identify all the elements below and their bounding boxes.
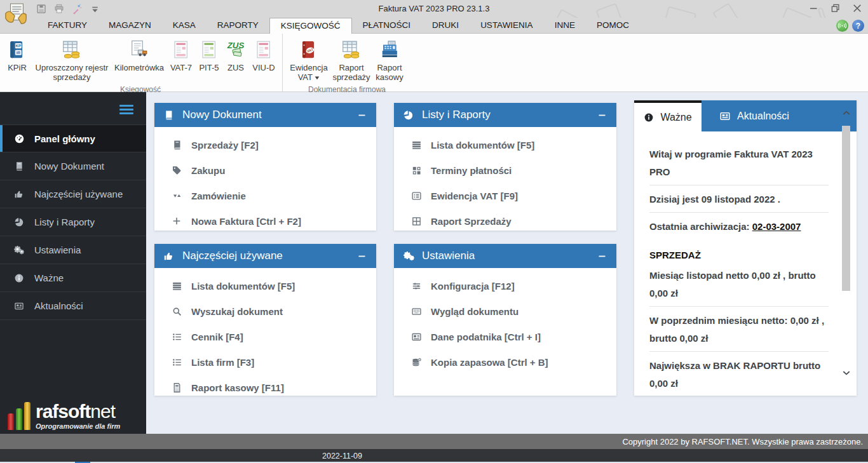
scroll-down-icon[interactable] xyxy=(840,366,853,379)
item-dane-podatnika[interactable]: Dane podatnika [Ctrl + I] xyxy=(394,324,616,349)
restore-button[interactable] xyxy=(829,3,843,14)
divider xyxy=(649,351,829,352)
list-alt-icon xyxy=(409,190,423,201)
tab-druki[interactable]: DRUKI xyxy=(421,18,470,34)
tab-aktualnosci[interactable]: Aktualności xyxy=(702,100,857,131)
dashboard-icon xyxy=(13,133,25,144)
cash-register-icon xyxy=(380,37,399,62)
vat7-button[interactable]: VAT-7 xyxy=(166,36,196,74)
minimize-button[interactable] xyxy=(807,3,821,14)
document-grid-icon xyxy=(170,382,184,393)
item-lista-dokumentow[interactable]: Lista dokumentów [F5] xyxy=(154,273,376,299)
logo-bars-icon xyxy=(8,402,31,430)
item-konfiguracja[interactable]: Konfiguracja [F12] xyxy=(394,273,616,299)
kpir-binder-icon xyxy=(8,37,27,62)
ribbon-group-dokumentacja: Ewidencja VAT Raport sprzedaży Raport ka… xyxy=(282,34,411,91)
sidebar-item-listy-i-raporty[interactable]: Listy i Raporty xyxy=(0,208,146,236)
gears-icon xyxy=(13,245,25,256)
item-terminy-platnosci[interactable]: Terminy płatności xyxy=(394,158,616,183)
tab-faktury[interactable]: FAKTURY xyxy=(37,18,98,34)
collapse-button[interactable] xyxy=(356,109,367,121)
newspaper-icon xyxy=(13,300,25,312)
raport-sprzedazy-button[interactable]: Raport sprzedaży xyxy=(331,36,372,83)
item-nowa-faktura[interactable]: Nowa Faktura [Ctrl + F2] xyxy=(154,208,376,234)
kilometrowka-button[interactable]: Kilometrówka xyxy=(112,36,166,74)
app-logo-icon xyxy=(4,1,28,28)
uproszczony-rejestr-button[interactable]: Uproszczony rejestr sprzedaży xyxy=(32,36,112,83)
table-rows-icon xyxy=(409,139,423,151)
sidebar-toggle-hamburger-icon[interactable] xyxy=(119,103,133,116)
tab-kasa[interactable]: KASA xyxy=(162,18,207,34)
ewidencja-vat-button[interactable]: Ewidencja VAT xyxy=(287,36,331,83)
close-button[interactable] xyxy=(850,3,864,14)
pit5-button[interactable]: PIT-5 xyxy=(196,36,222,74)
info-icon xyxy=(13,272,25,284)
green-form-icon xyxy=(200,37,219,62)
search-icon xyxy=(170,305,184,317)
panel-nowy-dokument: Nowy Dokument Sprzedaży [F2] Zakupu Zamó… xyxy=(154,103,376,231)
keyboard-icon xyxy=(409,305,423,317)
rafsoft-logo[interactable]: rafsoftnet Oprogramowanie dla firm xyxy=(8,402,120,430)
raport-kasowy-button[interactable]: Raport kasowy xyxy=(372,36,407,83)
zus-button[interactable]: ZUS xyxy=(222,36,249,74)
list-ul-icon xyxy=(170,356,184,368)
sidebar-item-nowy-dokument[interactable]: Nowy Dokument xyxy=(0,152,146,180)
info-tabs: Ważne Aktualności xyxy=(634,100,857,131)
collapse-button[interactable] xyxy=(596,109,607,121)
tab-magazyn[interactable]: MAGAZYN xyxy=(98,18,162,34)
title-bar: Faktura VAT 2023 PRO 23.1.3 xyxy=(0,0,868,18)
viud-button[interactable]: VIU-D xyxy=(249,36,278,74)
divider xyxy=(649,212,829,213)
item-ewidencja-vat[interactable]: Ewidencja VAT [F9] xyxy=(394,183,616,208)
copyright-text: Copyright 2022 by RAFSOFT.NET. Wszystkie… xyxy=(622,437,863,446)
item-kopia-zapasowa[interactable]: Kopia zapasowa [Ctrl + B] xyxy=(394,349,616,375)
tab-platnosci[interactable]: PŁATNOŚCI xyxy=(352,18,422,34)
item-sprzedazy[interactable]: Sprzedaży [F2] xyxy=(154,132,376,158)
status-date: 2022-11-09 xyxy=(322,452,362,460)
info-tab-panel: Ważne Aktualności Witaj w programie Fakt… xyxy=(634,100,857,396)
plus-icon xyxy=(170,215,184,227)
kpir-button[interactable]: KPiR xyxy=(3,36,32,74)
tab-ustawienia[interactable]: USTAWIENIA xyxy=(470,18,544,34)
sidebar-item-aktualnosci[interactable]: Aktualności xyxy=(0,292,146,320)
online-status-icon[interactable] xyxy=(836,20,848,32)
app-window: Faktura VAT 2023 PRO 23.1.3 FAKTURY MAGA… xyxy=(0,0,868,463)
list-ul-icon xyxy=(170,331,184,342)
qrcode-icon xyxy=(409,164,423,176)
scroll-up-icon[interactable] xyxy=(840,107,853,119)
tab-inne[interactable]: INNE xyxy=(544,18,586,34)
item-wyszukaj-dokument[interactable]: Wyszukaj dokument xyxy=(154,299,376,324)
sidebar-item-najczesciej-uzywane[interactable]: Najczęściej używane xyxy=(0,180,146,208)
item-cennik[interactable]: Cennik [F4] xyxy=(154,324,376,349)
item-lista-dokumentow[interactable]: Lista dokumentów [F5] xyxy=(394,132,616,158)
today-text: Dzisiaj jest 09 listopad 2022 . xyxy=(649,191,829,208)
collapse-button[interactable] xyxy=(596,250,607,262)
tab-raporty[interactable]: RAPORTY xyxy=(207,18,269,34)
item-lista-firm[interactable]: Lista firm [F3] xyxy=(154,349,376,375)
book-icon xyxy=(13,161,25,172)
help-icon[interactable]: ? xyxy=(852,20,864,32)
item-raport-sprzedazy[interactable]: Raport Sprzedaży xyxy=(394,208,616,234)
sidebar-item-wazne[interactable]: Ważne xyxy=(0,264,146,292)
archive-date-link[interactable]: 02-03-2007 xyxy=(752,221,801,232)
status-bar: 2022-11-09 xyxy=(0,449,868,463)
item-raport-kasowy[interactable]: Raport kasowy [F11] xyxy=(154,375,376,400)
sort-triangles-icon xyxy=(170,190,184,201)
item-zamowienie[interactable]: Zamówienie xyxy=(154,183,376,208)
scrollbar-thumb[interactable] xyxy=(842,126,850,291)
panel-title: Najczęściej używane xyxy=(182,250,283,262)
item-wyglad-dokumentu[interactable]: Wygląd dokumentu xyxy=(394,299,616,324)
pie-chart-icon xyxy=(13,217,25,228)
panel-najczesciej-uzywane: Najczęściej używane Lista dokumentów [F5… xyxy=(154,244,376,396)
sidebar-item-ustawienia[interactable]: Ustawienia xyxy=(0,236,146,264)
item-zakupu[interactable]: Zakupu xyxy=(154,158,376,183)
divider xyxy=(649,306,829,307)
sidebar-item-panel-glowny[interactable]: Panel główny xyxy=(0,124,146,152)
document-truck-icon xyxy=(129,37,149,62)
panel-ustawienia: Ustawienia Konfiguracja [F12] Wygląd dok… xyxy=(394,244,616,396)
tab-pomoc[interactable]: POMOC xyxy=(586,18,640,34)
collapse-button[interactable] xyxy=(356,250,367,262)
tab-ksiegowosc[interactable]: KSIĘGOWOŚĆ xyxy=(269,18,352,34)
sales-row: W poprzednim miesiącu netto: 0,00 zł , b… xyxy=(649,312,829,347)
tab-wazne[interactable]: Ważne xyxy=(634,100,702,131)
